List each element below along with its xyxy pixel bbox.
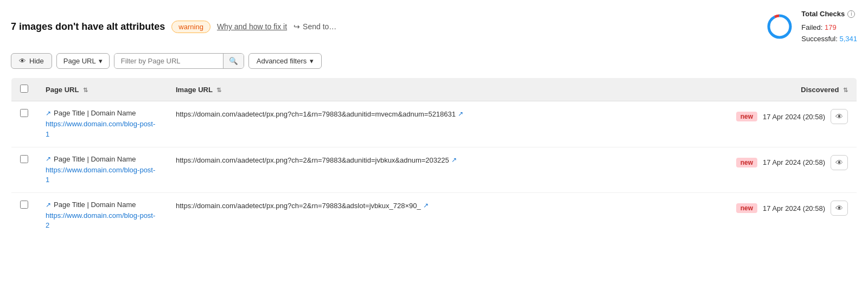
eye-icon: 👁 xyxy=(19,57,26,65)
th-page-url: Page URL ⇅ xyxy=(37,78,167,101)
page-url-link[interactable]: https://www.domain.com/blog-post-1 xyxy=(46,119,158,139)
page-url-cell: ↗ Page Title | Domain Name https://www.d… xyxy=(37,147,167,192)
page-title-text: Page Title | Domain Name xyxy=(54,201,136,209)
info-icon[interactable]: i xyxy=(847,10,855,18)
th-image-url: Image URL ⇅ xyxy=(167,78,705,101)
send-to-icon: ↪ xyxy=(293,22,300,31)
th-checkbox xyxy=(11,78,37,101)
sort-page-url-icon[interactable]: ⇅ xyxy=(83,87,88,94)
discovered-cell: new 17 Apr 2024 (20:58) 👁 xyxy=(705,193,857,238)
total-checks-panel: Total Checks i Failed: 179 Successful: 5… xyxy=(765,9,857,44)
table-row: ↗ Page Title | Domain Name https://www.d… xyxy=(11,147,857,192)
row-eye-button-1[interactable]: 👁 xyxy=(831,155,848,170)
page-title-row: ↗ Page Title | Domain Name xyxy=(46,155,158,163)
new-badge: new xyxy=(736,158,757,167)
page-url-cell: ↗ Page Title | Domain Name https://www.d… xyxy=(37,193,167,238)
image-url-text: https://domain.com/aadetect/px.png?ch=2&… xyxy=(176,155,697,166)
failed-count: Failed: 179 xyxy=(801,22,857,34)
row-checkbox-cell xyxy=(11,193,37,238)
header-row: 7 images don't have alt attributes warni… xyxy=(11,9,857,44)
page-title-text: Page Title | Domain Name xyxy=(54,155,136,163)
image-url-text: https://domain.com/aadetect/px.png?ch=1&… xyxy=(176,109,697,120)
image-url-value: https://domain.com/aadetect/px.png?ch=2&… xyxy=(176,155,449,166)
why-fix-button[interactable]: Why and how to fix it xyxy=(217,22,287,31)
toolbar: 👁 Hide Page URL ▾ 🔍 Advanced filters ▾ xyxy=(11,53,857,69)
image-url-value: https://domain.com/aadetect/px.png?ch=2&… xyxy=(176,201,421,211)
discovered-cell: new 17 Apr 2024 (20:58) 👁 xyxy=(705,147,857,192)
external-link-icon: ↗ xyxy=(46,109,51,117)
page-title: 7 images don't have alt attributes xyxy=(11,21,165,33)
chevron-down-icon-2: ▾ xyxy=(310,57,314,65)
row-eye-button-2[interactable]: 👁 xyxy=(831,201,848,216)
table-row: ↗ Page Title | Domain Name https://www.d… xyxy=(11,101,857,147)
advanced-filters-button[interactable]: Advanced filters ▾ xyxy=(248,53,322,69)
advanced-filters-label: Advanced filters xyxy=(257,57,307,65)
image-url-value: https://domain.com/aadetect/px.png?ch=1&… xyxy=(176,109,456,120)
svg-point-0 xyxy=(769,16,790,37)
page-url-dropdown[interactable]: Page URL ▾ xyxy=(56,53,110,69)
discovered-date: 17 Apr 2024 (20:58) xyxy=(763,113,825,121)
page-title-row: ↗ Page Title | Domain Name xyxy=(46,109,158,117)
search-button[interactable]: 🔍 xyxy=(223,54,244,68)
table-row: ↗ Page Title | Domain Name https://www.d… xyxy=(11,193,857,238)
filter-input[interactable] xyxy=(114,54,223,68)
image-url-cell: https://domain.com/aadetect/px.png?ch=2&… xyxy=(167,147,705,192)
image-url-cell: https://domain.com/aadetect/px.png?ch=1&… xyxy=(167,101,705,147)
row-checkbox-cell xyxy=(11,147,37,192)
th-discovered: Discovered ⇅ xyxy=(705,78,857,101)
filter-input-wrap: 🔍 xyxy=(114,53,244,69)
send-to-button[interactable]: ↪ Send to… xyxy=(293,22,336,31)
image-url-external-icon: ↗ xyxy=(423,201,429,210)
image-url-text: https://domain.com/aadetect/px.png?ch=2&… xyxy=(176,201,697,211)
page-title-text: Page Title | Domain Name xyxy=(54,109,136,117)
image-url-cell: https://domain.com/aadetect/px.png?ch=2&… xyxy=(167,193,705,238)
discovered-inner: new 17 Apr 2024 (20:58) 👁 xyxy=(714,109,848,124)
row-checkbox-0[interactable] xyxy=(20,109,28,117)
data-table: Page URL ⇅ Image URL ⇅ Discovered ⇅ ↗ Pa… xyxy=(11,78,857,238)
discovered-date: 17 Apr 2024 (20:58) xyxy=(763,204,825,212)
hide-button[interactable]: 👁 Hide xyxy=(11,53,52,69)
row-checkbox-cell xyxy=(11,101,37,147)
hide-label: Hide xyxy=(29,57,44,65)
donut-chart xyxy=(765,12,794,41)
success-count: Successful: 5,341 xyxy=(801,34,857,45)
external-link-icon: ↗ xyxy=(46,155,51,163)
select-all-checkbox[interactable] xyxy=(20,85,28,93)
discovered-date: 17 Apr 2024 (20:58) xyxy=(763,158,825,166)
page-url-link[interactable]: https://www.domain.com/blog-post-1 xyxy=(46,165,158,185)
new-badge: new xyxy=(736,112,757,121)
image-url-external-icon: ↗ xyxy=(458,109,463,119)
total-checks-label: Total Checks xyxy=(801,9,845,20)
sort-image-url-icon[interactable]: ⇅ xyxy=(216,87,221,94)
row-checkbox-2[interactable] xyxy=(20,201,28,209)
chevron-down-icon: ▾ xyxy=(99,57,103,65)
discovered-cell: new 17 Apr 2024 (20:58) 👁 xyxy=(705,101,857,147)
image-url-external-icon: ↗ xyxy=(451,155,457,165)
row-checkbox-1[interactable] xyxy=(20,155,28,163)
page-title-row: ↗ Page Title | Domain Name xyxy=(46,201,158,209)
external-link-icon: ↗ xyxy=(46,201,51,209)
page-url-dropdown-label: Page URL xyxy=(63,57,96,65)
discovered-inner: new 17 Apr 2024 (20:58) 👁 xyxy=(714,155,848,170)
new-badge: new xyxy=(736,203,757,213)
row-eye-button-0[interactable]: 👁 xyxy=(831,109,848,124)
page-url-cell: ↗ Page Title | Domain Name https://www.d… xyxy=(37,101,167,147)
discovered-inner: new 17 Apr 2024 (20:58) 👁 xyxy=(714,201,848,216)
sort-discovered-icon[interactable]: ⇅ xyxy=(843,87,848,94)
page-url-link[interactable]: https://www.domain.com/blog-post-2 xyxy=(46,211,158,230)
checks-text: Total Checks i Failed: 179 Successful: 5… xyxy=(801,9,857,44)
send-to-label: Send to… xyxy=(303,22,336,31)
warning-badge: warning xyxy=(171,21,210,33)
